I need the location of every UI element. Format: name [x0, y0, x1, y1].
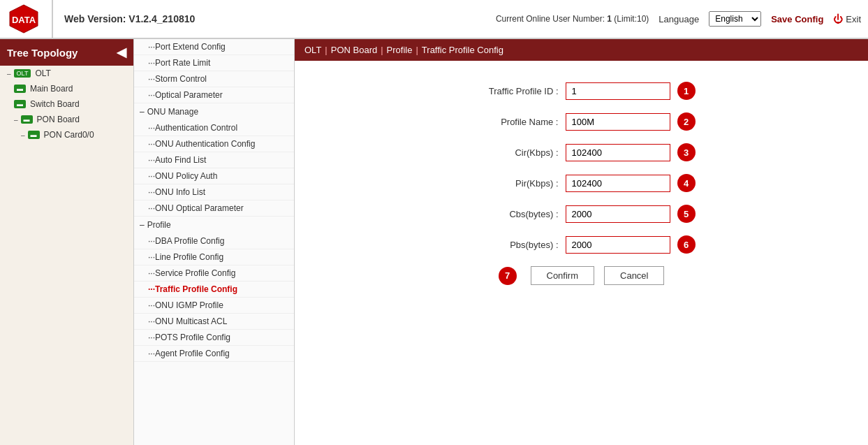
onu-manage-collapse-icon: – — [140, 107, 145, 117]
profile-collapse-icon: – — [140, 220, 145, 230]
input-pbs[interactable] — [566, 236, 670, 254]
label-cir: Cir(Kbps) : — [468, 147, 566, 158]
collapse-icon: – — [7, 70, 11, 78]
pon-board-chip: ▬ — [21, 115, 33, 124]
badge-1: 1 — [677, 82, 696, 100]
form-container: Traffic Profile ID : 1 Profile Name : 2 … — [295, 61, 868, 445]
badge-7: 7 — [499, 267, 517, 285]
header-right: Current Online User Number: 1 (Limit:10)… — [496, 11, 861, 27]
nav-item-authentication-control[interactable]: ···Authentication Control — [134, 120, 294, 136]
tree-item-switch-board[interactable]: ▬ Switch Board — [0, 96, 133, 112]
form-table: Traffic Profile ID : 1 Profile Name : 2 … — [337, 82, 826, 285]
badge-5: 5 — [677, 205, 696, 223]
language-label: Language — [659, 14, 699, 24]
confirm-button[interactable]: Confirm — [531, 266, 595, 285]
profile-label: Profile — [147, 220, 171, 230]
svg-text:DATA: DATA — [12, 15, 36, 25]
sidebar: Tree Topology ◀ – OLT OLT ▬ Main Board ▬… — [0, 39, 134, 445]
power-icon: ⏻ — [833, 13, 843, 24]
nav-item-optical-parameter[interactable]: ···Optical Parameter — [134, 87, 294, 103]
nav-item-onu-optical-parameter[interactable]: ···ONU Optical Parameter — [134, 200, 294, 217]
breadcrumb-olt: OLT — [304, 45, 321, 55]
language-select[interactable]: English Chinese — [709, 11, 761, 27]
form-row-pir: Pir(Kbps) : 4 — [337, 174, 826, 192]
input-cbs[interactable] — [566, 205, 670, 223]
sidebar-title: Tree Topology — [7, 47, 78, 59]
main-board-chip: ▬ — [14, 85, 26, 93]
breadcrumb: OLT | PON Board | Profile | Traffic Prof… — [295, 39, 868, 61]
badge-3: 3 — [677, 143, 696, 161]
olt-chip: OLT — [14, 69, 31, 78]
nav-item-auto-find-list[interactable]: ···Auto Find List — [134, 152, 294, 168]
input-profile-name[interactable] — [566, 113, 670, 131]
nav-item-onu-auth-config[interactable]: ···ONU Authentication Config — [134, 136, 294, 152]
pon-collapse-icon: – — [14, 116, 18, 124]
nav-item-line-profile-config[interactable]: ···Line Profile Config — [134, 249, 294, 265]
logo-icon: DATA — [7, 2, 41, 36]
nav-item-agent-profile-config[interactable]: ···Agent Profile Config — [134, 346, 294, 362]
nav-item-dba-profile-config[interactable]: ···DBA Profile Config — [134, 233, 294, 249]
label-profile-name: Profile Name : — [468, 117, 566, 127]
label-pir: Pir(Kbps) : — [468, 178, 566, 189]
content-area: OLT | PON Board | Profile | Traffic Prof… — [295, 39, 868, 445]
sidebar-header[interactable]: Tree Topology ◀ — [0, 39, 133, 66]
header: DATA Web Version: V1.2.4_210810 Current … — [0, 0, 868, 39]
tree-item-olt[interactable]: – OLT OLT — [0, 66, 133, 81]
nav-item-traffic-profile-config[interactable]: ···Traffic Profile Config — [134, 282, 294, 298]
nav-item-pots-profile-config[interactable]: ···POTS Profile Config — [134, 330, 294, 346]
nav-item-port-extend-config[interactable]: ···Port Extend Config — [134, 39, 294, 55]
input-cir[interactable] — [566, 144, 670, 161]
main-layout: Tree Topology ◀ – OLT OLT ▬ Main Board ▬… — [0, 39, 868, 445]
sidebar-toggle-icon[interactable]: ◀ — [117, 45, 126, 60]
badge-6: 6 — [677, 235, 696, 254]
badge-4: 4 — [677, 174, 696, 192]
form-row-cbs: Cbs(bytes) : 5 — [337, 205, 826, 223]
label-pbs: Pbs(bytes) : — [468, 240, 566, 250]
switch-board-chip: ▬ — [14, 100, 26, 108]
cancel-button[interactable]: Cancel — [604, 266, 664, 285]
logo-area: DATA — [7, 0, 53, 38]
form-row-pbs: Pbs(bytes) : 6 — [337, 235, 826, 254]
nav-item-storm-control[interactable]: ···Storm Control — [134, 71, 294, 87]
version-text: Web Version: V1.2.4_210810 — [64, 13, 195, 24]
breadcrumb-pon-board: PON Board — [331, 45, 377, 55]
label-traffic-profile-id: Traffic Profile ID : — [468, 86, 566, 96]
pon-card-collapse-icon: – — [21, 131, 25, 139]
switch-board-label: Switch Board — [30, 99, 80, 109]
tree-item-pon-card[interactable]: – ▬ PON Card0/0 — [0, 127, 133, 143]
nav-item-onu-info-list[interactable]: ···ONU Info List — [134, 184, 294, 200]
tree-item-pon-board[interactable]: – ▬ PON Board — [0, 112, 133, 127]
nav-panel: ···Port Extend Config ···Port Rate Limit… — [134, 39, 295, 445]
olt-label: OLT — [35, 68, 50, 78]
nav-item-onu-multicast-acl[interactable]: ···ONU Multicast ACL — [134, 314, 294, 330]
main-board-label: Main Board — [30, 84, 73, 94]
breadcrumb-traffic-profile-config: Traffic Profile Config — [422, 45, 503, 55]
form-row-traffic-profile-id: Traffic Profile ID : 1 — [337, 82, 826, 100]
pon-board-label: PON Board — [37, 115, 80, 124]
nav-item-onu-igmp-profile[interactable]: ···ONU IGMP Profile — [134, 298, 294, 314]
nav-group-onu-manage[interactable]: – ONU Manage — [134, 103, 294, 120]
exit-button[interactable]: ⏻ Exit — [833, 13, 861, 24]
badge-2: 2 — [677, 112, 696, 131]
form-row-cir: Cir(Kbps) : 3 — [337, 143, 826, 161]
label-cbs: Cbs(bytes) : — [468, 209, 566, 219]
save-config-button[interactable]: Save Config — [771, 14, 823, 24]
pon-card-label: PON Card0/0 — [44, 130, 94, 140]
button-row: 7 Confirm Cancel — [337, 266, 826, 285]
form-row-profile-name: Profile Name : 2 — [337, 112, 826, 131]
tree-item-main-board[interactable]: ▬ Main Board — [0, 81, 133, 96]
breadcrumb-profile: Profile — [387, 45, 413, 55]
nav-item-onu-policy-auth[interactable]: ···ONU Policy Auth — [134, 168, 294, 184]
nav-item-service-profile-config[interactable]: ···Service Profile Config — [134, 265, 294, 282]
input-pir[interactable] — [566, 175, 670, 192]
pon-card-chip: ▬ — [28, 131, 40, 139]
nav-item-port-rate-limit[interactable]: ···Port Rate Limit — [134, 55, 294, 71]
onu-manage-label: ONU Manage — [147, 107, 198, 117]
nav-group-profile[interactable]: – Profile — [134, 217, 294, 233]
input-traffic-profile-id[interactable] — [566, 82, 670, 100]
online-users: Current Online User Number: 1 (Limit:10) — [496, 14, 649, 24]
